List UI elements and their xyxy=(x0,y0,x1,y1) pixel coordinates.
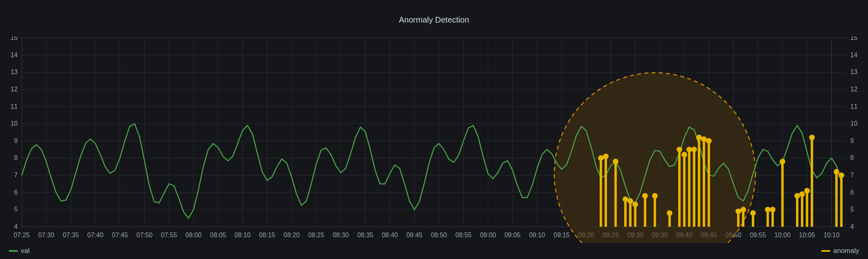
svg-text:09:15: 09:15 xyxy=(553,232,570,238)
svg-point-159 xyxy=(839,172,844,178)
svg-text:07:50: 07:50 xyxy=(136,232,152,238)
svg-text:10: 10 xyxy=(850,120,858,127)
svg-point-107 xyxy=(603,153,609,159)
svg-point-105 xyxy=(598,155,604,161)
svg-text:8: 8 xyxy=(850,154,854,161)
svg-text:07:40: 07:40 xyxy=(87,232,103,238)
svg-text:08:00: 08:00 xyxy=(185,232,202,238)
svg-point-113 xyxy=(627,198,633,204)
svg-text:09:05: 09:05 xyxy=(504,232,520,238)
svg-text:07:55: 07:55 xyxy=(161,232,177,238)
svg-text:13: 13 xyxy=(10,68,18,75)
svg-point-157 xyxy=(834,169,839,175)
legend: val anomaly xyxy=(9,247,859,255)
svg-text:5: 5 xyxy=(14,206,18,213)
svg-text:08:45: 08:45 xyxy=(406,232,422,238)
svg-text:7: 7 xyxy=(850,172,854,178)
svg-text:7: 7 xyxy=(14,172,18,178)
svg-text:6: 6 xyxy=(850,189,854,196)
svg-point-109 xyxy=(613,159,618,164)
svg-point-123 xyxy=(677,147,682,152)
svg-text:08:05: 08:05 xyxy=(210,232,226,238)
svg-text:10:10: 10:10 xyxy=(823,232,839,238)
svg-text:10:05: 10:05 xyxy=(799,232,815,238)
svg-text:8: 8 xyxy=(14,154,18,161)
svg-text:08:10: 08:10 xyxy=(234,232,251,238)
svg-text:08:40: 08:40 xyxy=(382,232,398,238)
svg-text:11: 11 xyxy=(850,103,858,110)
svg-text:08:30: 08:30 xyxy=(333,232,349,238)
svg-text:14: 14 xyxy=(850,52,858,58)
legend-item-val[interactable]: val xyxy=(9,247,30,255)
svg-point-153 xyxy=(804,188,810,193)
legend-swatch-val xyxy=(9,250,18,252)
svg-text:12: 12 xyxy=(850,86,858,93)
svg-point-111 xyxy=(623,197,628,202)
svg-point-141 xyxy=(750,210,756,216)
svg-point-133 xyxy=(701,137,707,142)
svg-point-147 xyxy=(780,159,785,164)
svg-text:08:50: 08:50 xyxy=(431,232,447,238)
svg-text:07:35: 07:35 xyxy=(63,232,79,238)
svg-text:08:55: 08:55 xyxy=(455,232,471,238)
svg-text:4: 4 xyxy=(850,223,854,230)
legend-item-anomaly[interactable]: anomaly xyxy=(821,247,859,255)
svg-text:10: 10 xyxy=(10,120,18,127)
svg-point-143 xyxy=(765,207,771,212)
chart-area[interactable]: 44556677889910101111121213131414151507:2… xyxy=(4,36,864,243)
svg-text:08:35: 08:35 xyxy=(357,232,373,238)
legend-swatch-anomaly xyxy=(821,250,830,252)
svg-point-129 xyxy=(691,147,697,152)
chart-svg[interactable]: 44556677889910101111121213131414151507:2… xyxy=(4,36,864,243)
svg-text:9: 9 xyxy=(14,137,18,144)
anomaly-detection-panel: Anormaly Detection 445566778899101011111… xyxy=(0,0,868,259)
svg-text:9: 9 xyxy=(850,137,854,144)
svg-point-125 xyxy=(681,152,687,157)
svg-text:07:30: 07:30 xyxy=(38,232,54,238)
legend-label-anomaly: anomaly xyxy=(833,247,859,255)
legend-label-val: val xyxy=(21,247,30,255)
svg-text:13: 13 xyxy=(850,68,858,75)
svg-text:15: 15 xyxy=(10,36,18,41)
svg-point-149 xyxy=(794,193,800,199)
svg-text:07:45: 07:45 xyxy=(112,232,128,238)
svg-text:09:55: 09:55 xyxy=(750,232,766,238)
svg-point-117 xyxy=(642,193,648,199)
svg-point-137 xyxy=(736,209,741,214)
svg-text:08:15: 08:15 xyxy=(259,232,275,238)
svg-text:09:00: 09:00 xyxy=(480,232,496,238)
svg-point-127 xyxy=(687,147,692,152)
svg-point-121 xyxy=(667,210,673,216)
svg-text:11: 11 xyxy=(10,103,18,110)
svg-point-145 xyxy=(770,207,775,212)
svg-text:10:00: 10:00 xyxy=(774,232,790,238)
svg-text:07:25: 07:25 xyxy=(14,232,30,238)
svg-text:08:25: 08:25 xyxy=(308,232,324,238)
svg-point-135 xyxy=(706,138,712,144)
svg-text:09:10: 09:10 xyxy=(529,232,545,238)
svg-point-131 xyxy=(696,135,702,140)
svg-point-115 xyxy=(632,202,638,207)
svg-text:6: 6 xyxy=(14,189,18,196)
svg-point-139 xyxy=(740,207,746,212)
svg-point-151 xyxy=(799,191,805,197)
svg-text:15: 15 xyxy=(850,36,858,41)
svg-text:5: 5 xyxy=(850,206,854,213)
svg-text:4: 4 xyxy=(14,223,18,230)
svg-point-119 xyxy=(652,193,658,199)
svg-text:14: 14 xyxy=(10,52,18,58)
svg-text:08:20: 08:20 xyxy=(284,232,300,238)
svg-text:12: 12 xyxy=(10,86,18,93)
chart-title: Anormaly Detection xyxy=(0,15,868,25)
svg-point-155 xyxy=(809,135,815,140)
